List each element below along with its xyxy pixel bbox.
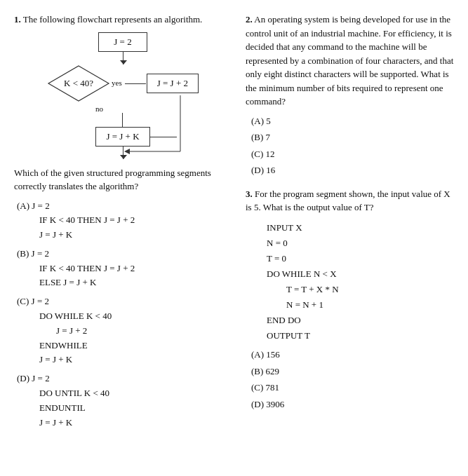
which-text: Which of the given structured programmin… (14, 166, 232, 193)
code-line2: N = 0 (267, 236, 454, 251)
left-column: 1. The following flowchart represents an… (14, 13, 232, 440)
q2-options: (A) 5 (B) 7 (C) 12 (D) 16 (251, 114, 454, 177)
q3-opt-b: (B) 629 (251, 365, 454, 379)
flowchart-box3: J = J + K (95, 127, 149, 147)
q2-opt-b-val: 7 (266, 132, 271, 142)
q1-d-line4: J = J + K (39, 416, 232, 430)
q2-opt-c-val: 12 (266, 149, 275, 159)
q1-label-b: (B) J = 2 (17, 248, 49, 259)
flowchart-box2: J = J + 2 (147, 74, 199, 93)
page-layout: 1. The following flowchart represents an… (14, 13, 454, 440)
arrow-2 (123, 147, 123, 159)
q3-opt-a-val: 156 (266, 349, 280, 360)
diamond-label: K < 40? (64, 78, 93, 89)
q3-opt-a: (A) 156 (251, 348, 454, 362)
q3-opt-a-label: (A) (251, 349, 266, 360)
q1-label-a: (A) J = 2 (17, 200, 50, 211)
q3-opt-c: (C) 781 (251, 381, 454, 395)
q1-option-c: (C) J = 2 DO WHILE K < 40 J = J + 2 ENDW… (17, 294, 232, 367)
q3-opt-d-val: 3906 (266, 399, 284, 409)
q1-intro-text: The following flowchart represents an al… (23, 14, 203, 25)
q1-c-line2: DO WHILE K < 40 (39, 309, 232, 324)
q2-opt-a-label: (A) (251, 116, 266, 126)
q3-code: INPUT X N = 0 T = 0 DO WHILE N < X T = T… (267, 220, 454, 344)
q3-body: For the program segment shown, the input… (246, 189, 450, 213)
right-column: 2. An operating system is being develope… (246, 13, 454, 440)
q1-c-line5: J = J + K (39, 353, 232, 367)
diamond-row: K < 40? yes J = J + 2 (47, 64, 199, 103)
q2-opt-d-label: (D) (251, 165, 266, 175)
q2-text: 2. An operating system is being develope… (246, 13, 454, 109)
q1-a-line2: IF K < 40 THEN J = J + 2 (39, 213, 232, 228)
flowchart: J = 2 K < 40? (39, 32, 207, 159)
code-line7: END DO (267, 313, 454, 328)
no-label: no (95, 104, 103, 113)
q3-opt-b-label: (B) (251, 366, 266, 376)
q2-opt-d-val: 16 (266, 165, 275, 175)
q1-c-line3: J = J + 2 (56, 324, 232, 339)
return-line (150, 137, 177, 137)
q2-body: An operating system is being developed f… (246, 14, 453, 107)
q1-d-line3: ENDUNTIL (39, 401, 232, 416)
q2-opt-c-label: (C) (251, 149, 266, 159)
q3-opt-d: (D) 3906 (251, 397, 454, 412)
yes-line-h (125, 83, 146, 84)
flowchart-diamond: K < 40? (47, 64, 110, 103)
code-line8: OUTPUT T (267, 328, 454, 344)
q1-label-c: (C) J = 2 (17, 296, 49, 306)
q2-opt-b: (B) 7 (251, 130, 454, 144)
q1-b-line2: IF K < 40 THEN J = J + 2 (39, 261, 232, 276)
code-line3: T = 0 (267, 251, 454, 266)
q2-opt-a: (A) 5 (251, 114, 454, 128)
q2-opt-c: (C) 12 (251, 147, 454, 161)
q3-opt-c-val: 781 (266, 382, 280, 393)
q2-opt-b-label: (B) (251, 132, 266, 142)
q1-a-line3: J = J + K (39, 228, 232, 243)
q3-opt-b-val: 629 (266, 366, 280, 376)
q1-d-line2: DO UNTIL K < 40 (39, 386, 232, 401)
q1-option-d: (D) J = 2 DO UNTIL K < 40 ENDUNTIL J = J… (17, 372, 232, 430)
q3-text: 3. For the program segment shown, the in… (246, 187, 454, 215)
q3-opt-c-label: (C) (251, 382, 266, 393)
yes-label: yes (112, 79, 122, 87)
q3-options: (A) 156 (B) 629 (C) 781 (D) 3906 (251, 348, 454, 411)
q1-option-a: (A) J = 2 IF K < 40 THEN J = J + 2 J = J… (17, 199, 232, 243)
q1-c-line4: ENDWHILE (39, 339, 232, 353)
yes-branch: yes J = J + 2 (112, 74, 199, 93)
question-2-block: 2. An operating system is being develope… (246, 13, 454, 177)
code-line5: T = T + X * N (286, 282, 454, 297)
q1-number: 1. (14, 14, 21, 25)
q2-opt-d: (D) 16 (251, 163, 454, 177)
flowchart-box1: J = 2 (98, 32, 147, 52)
q1-options: (A) J = 2 IF K < 40 THEN J = J + 2 J = J… (17, 199, 232, 430)
q1-option-b: (B) J = 2 IF K < 40 THEN J = J + 2 ELSE … (17, 247, 232, 290)
no-arrow (122, 113, 123, 127)
q1-label-d: (D) J = 2 (17, 373, 50, 383)
q2-opt-a-val: 5 (266, 116, 271, 126)
q1-intro: 1. The following flowchart represents an… (14, 13, 232, 27)
q3-opt-d-label: (D) (251, 399, 266, 409)
code-line1: INPUT X (267, 220, 454, 236)
code-line4: DO WHILE N < X (267, 266, 454, 282)
q2-number: 2. (246, 14, 253, 25)
code-line6: N = N + 1 (286, 297, 454, 313)
arrow-1 (123, 52, 123, 64)
question-3-block: 3. For the program segment shown, the in… (246, 187, 454, 412)
question-1-block: 1. The following flowchart represents an… (14, 13, 232, 430)
q3-number: 3. (246, 189, 253, 199)
q1-b-line3: ELSE J = J + K (39, 276, 232, 290)
